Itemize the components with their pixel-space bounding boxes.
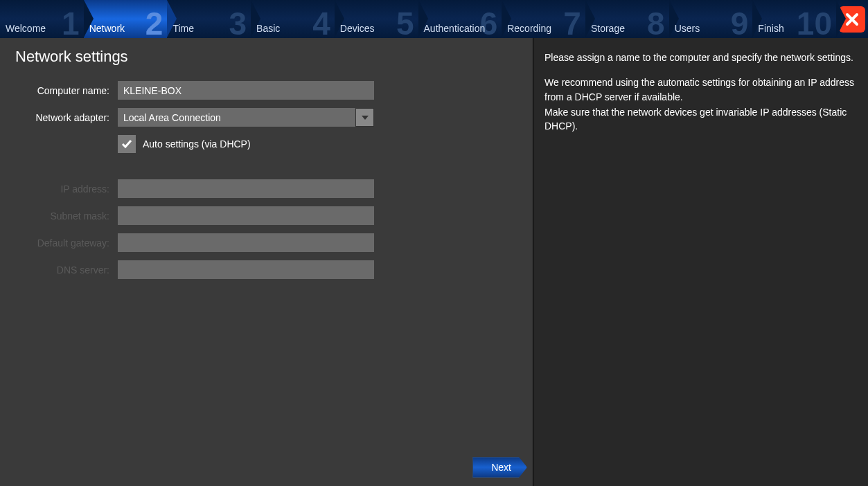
network-form: Computer name: Network adapter: Local Ar… [0,81,533,279]
next-button[interactable]: Next [472,457,527,478]
network-adapter-select[interactable]: Local Area Connection [118,108,374,127]
next-button-label: Next [491,462,511,473]
wizard-step-time[interactable]: 3 Time [167,0,251,38]
step-label: Recording [507,23,551,34]
step-number: 1 [62,8,80,39]
auto-dhcp-label: Auto settings (via DHCP) [143,138,251,150]
step-label: Devices [340,23,375,34]
settings-panel: Network settings Computer name: Network … [0,38,533,486]
step-label: Storage [591,23,625,34]
wizard-stepbar: 1 Welcome 2 Network 3 Time 4 Basic 5 Dev… [0,0,868,38]
step-label: Welcome [6,23,46,34]
computer-name-input[interactable] [118,81,374,100]
dropdown-button[interactable] [355,108,374,127]
dns-server-input [118,260,374,279]
step-label: Authentication [424,23,486,34]
wizard-step-devices[interactable]: 5 Devices [335,0,418,38]
auto-dhcp-checkbox[interactable] [118,135,136,153]
subnet-mask-label: Subnet mask: [0,210,118,222]
step-number: 10 [797,8,832,39]
step-number: 7 [563,8,581,39]
wizard-step-welcome[interactable]: 1 Welcome [0,0,84,38]
step-number: 4 [312,8,330,39]
wizard-step-users[interactable]: 9 Users [669,0,753,38]
step-number: 9 [731,8,749,39]
step-number: 5 [396,8,414,39]
help-text-2: We recommend using the automatic setting… [544,75,857,104]
ip-address-label: IP address: [0,183,118,195]
chevron-down-icon [361,114,369,122]
step-label: Users [675,23,700,34]
wizard-step-basic[interactable]: 4 Basic [251,0,335,38]
network-adapter-label: Network adapter: [0,112,118,123]
wizard-step-network[interactable]: 2 Network [84,0,168,38]
dns-server-label: DNS server: [0,264,118,276]
wizard-step-authentication[interactable]: 6 Authentication [418,0,502,38]
wizard-step-storage[interactable]: 8 Storage [585,0,669,38]
subnet-mask-input [118,206,374,225]
step-number: 2 [145,8,163,39]
help-text-1: Please assign a name to the computer and… [544,51,857,64]
step-label: Finish [758,23,783,34]
default-gateway-input [118,233,374,252]
step-number: 3 [229,8,247,39]
step-number: 8 [647,8,665,39]
wizard-step-finish[interactable]: 10 Finish [752,0,836,38]
checkmark-icon [121,138,133,150]
step-label: Time [172,23,194,34]
help-text-3: Make sure that the network devices get i… [544,105,857,134]
computer-name-label: Computer name: [0,85,118,96]
ip-address-input [118,179,374,198]
step-label: Basic [256,23,280,34]
help-panel: Please assign a name to the computer and… [533,38,868,486]
default-gateway-label: Default gateway: [0,237,118,249]
step-label: Network [89,23,125,34]
page-title: Network settings [15,48,533,66]
wizard-step-recording[interactable]: 7 Recording [502,0,585,38]
network-adapter-value: Local Area Connection [118,108,355,127]
